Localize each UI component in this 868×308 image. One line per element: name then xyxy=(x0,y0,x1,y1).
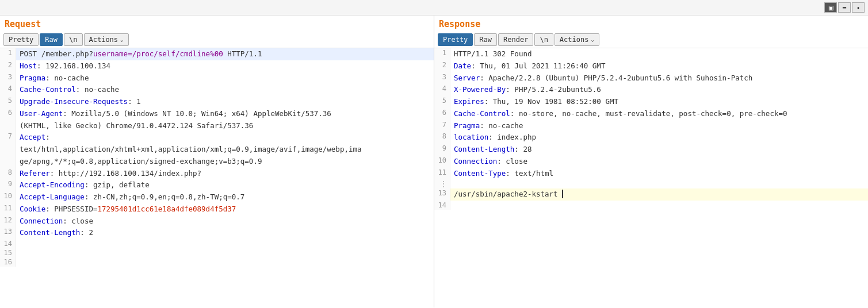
line-content: Pragma: no-cache xyxy=(16,72,434,84)
table-row: 9Accept-Encoding: gzip, deflate xyxy=(0,179,434,191)
line-number: 14 xyxy=(434,201,450,210)
line-content: Expires: Thu, 19 Nov 1981 08:52:00 GMT xyxy=(450,96,868,108)
table-row: text/html,application/xhtml+xml,applicat… xyxy=(0,144,434,156)
line-number xyxy=(0,156,16,168)
line-number: 10 xyxy=(0,191,16,203)
single-view-button[interactable]: ▪ xyxy=(852,2,865,13)
view-buttons: ▣ ━ ▪ xyxy=(824,2,865,13)
line-number: 4 xyxy=(434,84,450,96)
line-number: 12 xyxy=(0,215,16,228)
line-number: 6 xyxy=(0,108,16,120)
request-actions-button[interactable]: Actions ⌄ xyxy=(84,33,129,46)
line-number: 3 xyxy=(434,72,450,84)
split-view-button[interactable]: ▣ xyxy=(824,2,837,13)
line-content: Accept: xyxy=(16,132,434,144)
table-row: 11Cookie: PHPSESSID=17295401d1cc61e18a4d… xyxy=(0,203,434,215)
line-content: location: index.php xyxy=(450,132,868,144)
table-row: 16 xyxy=(0,257,434,267)
line-content xyxy=(450,201,868,210)
line-content: Date: Thu, 01 Jul 2021 11:26:40 GMT xyxy=(450,60,868,72)
line-content: Content-Length: 28 xyxy=(450,144,868,156)
table-row: 5Expires: Thu, 19 Nov 1981 08:52:00 GMT xyxy=(434,96,868,108)
table-row: 10Accept-Language: zh-CN,zh;q=0.9,en;q=0… xyxy=(0,191,434,203)
request-newline-button[interactable]: \n xyxy=(64,33,82,46)
line-content: Content-Type: text/html xyxy=(450,168,868,180)
request-content[interactable]: 1POST /member.php?username=/proc/self/cm… xyxy=(0,48,434,307)
line-content: HTTP/1.1 302 Found xyxy=(450,48,868,60)
line-number: 13 xyxy=(0,227,16,239)
line-content: Pragma: no-cache xyxy=(450,120,868,132)
panels: Request Pretty Raw \n Actions ⌄ 1POST /m… xyxy=(0,16,868,307)
line-content: ge/apng,*/*;q=0.8,application/signed-exc… xyxy=(16,156,434,168)
line-content: (KHTML, like Gecko) Chrome/91.0.4472.124… xyxy=(16,120,434,132)
response-title: Response xyxy=(434,16,868,32)
table-row: 7Accept: xyxy=(0,132,434,144)
line-content: Content-Length: 2 xyxy=(16,227,434,239)
line-number xyxy=(0,120,16,132)
table-row: 5Upgrade-Insecure-Requests: 1 xyxy=(0,96,434,108)
line-content: Referer: http://192.168.100.134/index.ph… xyxy=(16,168,434,180)
line-number: 5 xyxy=(0,96,16,108)
line-number: 1 xyxy=(0,48,16,60)
horizontal-view-button[interactable]: ━ xyxy=(838,2,851,13)
table-row: 11Content-Type: text/html xyxy=(434,168,868,180)
table-row: 3Pragma: no-cache xyxy=(0,72,434,84)
table-row: 1POST /member.php?username=/proc/self/cm… xyxy=(0,48,434,60)
line-number: 5 xyxy=(434,96,450,108)
line-number: 7 xyxy=(434,120,450,132)
table-row: 6Cache-Control: no-store, no-cache, must… xyxy=(434,108,868,120)
line-content: User-Agent: Mozilla/5.0 (Windows NT 10.0… xyxy=(16,108,434,120)
table-row: 4X-Powered-By: PHP/5.2.4-2ubuntu5.6 xyxy=(434,84,868,96)
line-content: Accept-Language: zh-CN,zh;q=0.9,en;q=0.8… xyxy=(16,191,434,203)
line-number: 7 xyxy=(0,132,16,144)
table-row: 14 xyxy=(0,239,434,248)
line-content: Cookie: PHPSESSID=17295401d1cc61e18a4dfe… xyxy=(16,203,434,215)
table-row: 6User-Agent: Mozilla/5.0 (Windows NT 10.… xyxy=(0,108,434,120)
table-row: 1HTTP/1.1 302 Found xyxy=(434,48,868,60)
line-number: 11 xyxy=(0,203,16,215)
table-row: 12Connection: close xyxy=(0,215,434,228)
line-number: 8 xyxy=(0,168,16,180)
request-panel: Request Pretty Raw \n Actions ⌄ 1POST /m… xyxy=(0,16,434,307)
response-raw-button[interactable]: Raw xyxy=(474,33,497,46)
response-actions-button[interactable]: Actions ⌄ xyxy=(555,33,599,46)
line-content xyxy=(16,248,434,257)
line-number: 15 xyxy=(0,248,16,257)
response-newline-button[interactable]: \n xyxy=(534,33,553,46)
table-row: 4Cache-Control: no-cache xyxy=(0,84,434,96)
line-content: X-Powered-By: PHP/5.2.4-2ubuntu5.6 xyxy=(450,84,868,96)
line-content: Accept-Encoding: gzip, deflate xyxy=(16,179,434,191)
actions-chevron-icon: ⌄ xyxy=(120,37,123,43)
response-render-button[interactable]: Render xyxy=(498,33,533,46)
line-content: Cache-Control: no-store, no-cache, must-… xyxy=(450,108,868,120)
response-pretty-button[interactable]: Pretty xyxy=(438,33,473,46)
line-content: Host: 192.168.100.134 xyxy=(16,60,434,72)
table-row: 2Host: 192.168.100.134 xyxy=(0,60,434,72)
line-number: 2 xyxy=(434,60,450,72)
table-row: (KHTML, like Gecko) Chrome/91.0.4472.124… xyxy=(0,120,434,132)
table-row: ⋮ xyxy=(434,179,868,188)
line-content: text/html,application/xhtml+xml,applicat… xyxy=(16,144,434,156)
request-toolbar: Pretty Raw \n Actions ⌄ xyxy=(0,32,434,48)
table-row: 13Content-Length: 2 xyxy=(0,227,434,239)
line-number: 9 xyxy=(434,144,450,156)
response-content[interactable]: 1HTTP/1.1 302 Found2Date: Thu, 01 Jul 20… xyxy=(434,48,868,307)
line-number: 6 xyxy=(434,108,450,120)
table-row: 8location: index.php xyxy=(434,132,868,144)
line-content: Cache-Control: no-cache xyxy=(16,84,434,96)
table-row: 13/usr/sbin/apache2-kstart xyxy=(434,188,868,201)
line-number: 10 xyxy=(434,156,450,168)
line-number: 8 xyxy=(434,132,450,144)
request-raw-button[interactable]: Raw xyxy=(40,33,63,46)
table-row: ge/apng,*/*;q=0.8,application/signed-exc… xyxy=(0,156,434,168)
line-number: 3 xyxy=(0,72,16,84)
line-content: /usr/sbin/apache2-kstart xyxy=(450,188,868,201)
line-content xyxy=(16,239,434,248)
table-row: 8Referer: http://192.168.100.134/index.p… xyxy=(0,168,434,180)
line-number: 9 xyxy=(0,179,16,191)
top-bar: ▣ ━ ▪ xyxy=(0,0,868,16)
line-number xyxy=(0,144,16,156)
request-pretty-button[interactable]: Pretty xyxy=(3,33,39,46)
table-row: 3Server: Apache/2.2.8 (Ubuntu) PHP/5.2.4… xyxy=(434,72,868,84)
line-number: 1 xyxy=(434,48,450,60)
